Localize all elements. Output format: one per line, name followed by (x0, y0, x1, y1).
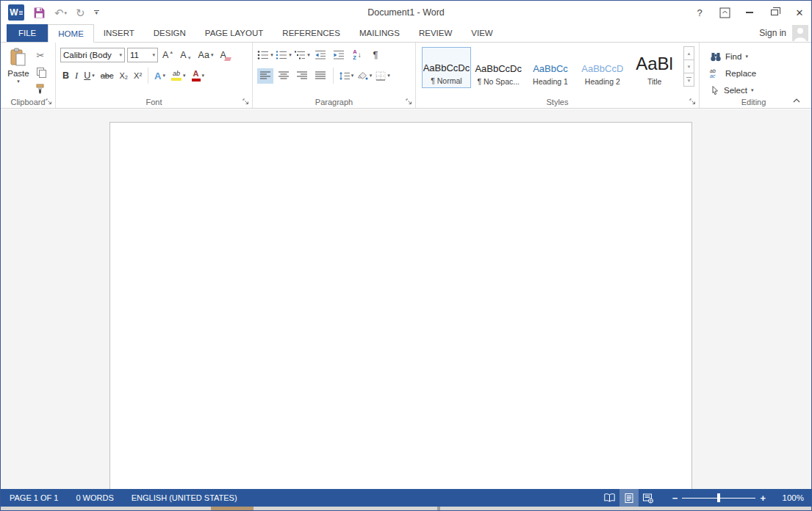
sign-in-link[interactable]: Sign in (759, 28, 786, 38)
select-arrow[interactable]: ▾ (751, 87, 754, 93)
align-right-button[interactable] (294, 68, 310, 84)
restore-button[interactable] (769, 7, 780, 18)
language-indicator[interactable]: ENGLISH (UNITED STATES) (123, 489, 246, 507)
font-color-button[interactable]: A▾ (190, 68, 207, 84)
subscript-button[interactable]: X₂ (118, 68, 131, 84)
style-title[interactable]: AaBl Title (630, 47, 679, 88)
web-layout-button[interactable] (639, 489, 658, 507)
font-size-combo[interactable]: 11▾ (127, 48, 158, 62)
show-hide-pilcrow-button[interactable]: ¶ (367, 47, 384, 62)
copy-button[interactable] (33, 65, 48, 79)
background-fragment (437, 507, 440, 510)
find-button[interactable]: Find ▾ (710, 48, 805, 64)
document-page[interactable] (109, 122, 692, 489)
word-count[interactable]: 0 WORDS (67, 489, 122, 507)
line-spacing-button[interactable]: ▾ (338, 68, 354, 84)
styles-more-button[interactable]: ▼ (683, 73, 694, 87)
format-painter-button[interactable] (33, 82, 48, 95)
justify-button[interactable] (312, 68, 328, 84)
bullets-arrow[interactable]: ▾ (270, 52, 273, 58)
page-indicator[interactable]: PAGE 1 OF 1 (1, 489, 67, 507)
replace-button[interactable]: ab ac Replace (710, 65, 805, 81)
borders-button[interactable]: ▾ (375, 68, 391, 84)
font-color-arrow[interactable]: ▾ (202, 73, 205, 79)
tab-insert[interactable]: INSERT (94, 24, 144, 42)
tab-design[interactable]: DESIGN (144, 24, 195, 42)
styles-dialog-launcher[interactable] (689, 98, 697, 106)
close-button[interactable]: ✕ (794, 7, 805, 18)
multilevel-list-arrow[interactable]: ▾ (307, 52, 310, 58)
tab-mailings[interactable]: MAILINGS (350, 24, 409, 42)
italic-button[interactable]: I (73, 68, 80, 84)
zoom-percentage[interactable]: 100% (770, 493, 804, 502)
change-case-button[interactable]: Aa▾ (196, 47, 216, 62)
multilevel-list-button[interactable]: ▾ (294, 47, 310, 62)
underline-button[interactable]: U▾ (82, 68, 97, 84)
font-name-combo[interactable]: Calibri (Body▾ (60, 48, 125, 62)
collapse-ribbon-button[interactable] (792, 98, 802, 105)
multilevel-list-icon (294, 50, 306, 60)
tab-page-layout[interactable]: PAGE LAYOUT (195, 24, 273, 42)
styles-scroll-down-button[interactable]: ▼ (683, 59, 694, 73)
zoom-slider[interactable] (682, 489, 755, 507)
grow-font-button[interactable]: A▲ (160, 47, 176, 62)
align-left-button[interactable] (257, 68, 273, 84)
numbering-arrow[interactable]: ▾ (289, 52, 292, 58)
bullets-icon (257, 50, 269, 60)
paste-button[interactable]: Paste ▾ (4, 46, 33, 95)
zoom-out-button[interactable]: − (668, 493, 683, 504)
align-left-icon (260, 71, 270, 80)
read-mode-button[interactable] (600, 489, 619, 507)
clipboard-dialog-launcher[interactable] (45, 98, 53, 106)
paragraph-dialog-launcher[interactable] (405, 98, 413, 106)
help-icon[interactable]: ? (694, 7, 705, 18)
tab-review[interactable]: REVIEW (409, 24, 461, 42)
bullets-button[interactable]: ▾ (257, 47, 273, 62)
style-normal-preview: AaBbCcDc (423, 62, 470, 73)
bold-button[interactable]: B (60, 68, 71, 84)
shading-button[interactable]: ▾ (356, 68, 373, 84)
tab-view[interactable]: VIEW (461, 24, 502, 42)
cut-button[interactable]: ✂ (33, 48, 48, 62)
paste-dropdown-arrow[interactable]: ▾ (17, 79, 20, 84)
text-effects-button[interactable]: A▾ (152, 68, 168, 84)
font-dialog-launcher[interactable] (242, 98, 250, 106)
ribbon-tab-row: FILE HOME INSERT DESIGN PAGE LAYOUT REFE… (1, 24, 811, 43)
text-highlight-button[interactable]: ab▾ (169, 68, 188, 84)
ribbon-display-options-icon[interactable] (719, 7, 730, 18)
tab-home[interactable]: HOME (48, 24, 94, 43)
text-effects-arrow[interactable]: ▾ (163, 73, 166, 79)
style-heading1[interactable]: AaBbCc Heading 1 (526, 47, 575, 88)
align-center-button[interactable] (276, 68, 292, 84)
zoom-in-button[interactable]: + (755, 493, 770, 504)
style-heading2[interactable]: AaBbCcD Heading 2 (578, 47, 627, 88)
tab-references[interactable]: REFERENCES (273, 24, 350, 42)
style-no-spacing[interactable]: AaBbCcDc ¶ No Spac... (474, 47, 523, 88)
clear-formatting-button[interactable]: A (218, 47, 228, 62)
highlight-arrow[interactable]: ▾ (183, 73, 186, 79)
numbering-icon (276, 50, 287, 60)
styles-scroll-up-button[interactable]: ▲ (683, 46, 694, 60)
zoom-slider-thumb[interactable] (717, 493, 720, 502)
avatar[interactable] (792, 25, 808, 41)
increase-indent-button[interactable] (331, 47, 347, 62)
shading-arrow[interactable]: ▾ (370, 73, 373, 79)
numbering-button[interactable]: ▾ (276, 47, 292, 62)
change-case-arrow: ▾ (211, 52, 214, 58)
superscript-button[interactable]: X² (132, 68, 144, 84)
select-button[interactable]: Select ▾ (710, 82, 805, 98)
find-arrow[interactable]: ▾ (745, 54, 748, 59)
borders-arrow[interactable]: ▾ (387, 73, 390, 79)
print-layout-button[interactable] (619, 489, 639, 507)
minimize-button[interactable] (744, 7, 755, 18)
line-spacing-arrow[interactable]: ▾ (351, 73, 354, 79)
strikethrough-button[interactable]: abc (98, 68, 116, 84)
style-normal[interactable]: AaBbCcDc ¶ Normal (422, 47, 471, 88)
tab-file[interactable]: FILE (7, 24, 48, 42)
shrink-font-button[interactable]: A▼ (178, 47, 193, 62)
sort-button[interactable]: AZ ↓ (349, 47, 365, 62)
styles-gallery-scroll: ▲ ▼ ▼ (683, 47, 694, 88)
decrease-indent-button[interactable] (312, 47, 328, 62)
underline-arrow[interactable]: ▾ (92, 73, 95, 79)
window-title: Document1 - Word (1, 1, 811, 24)
